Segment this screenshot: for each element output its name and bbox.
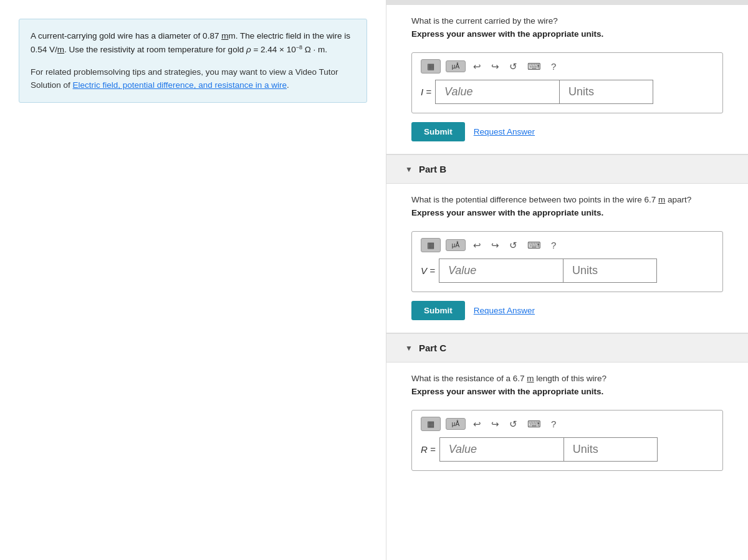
mu-icon: μÅ — [452, 63, 459, 70]
part-b-submit-row: Submit Request Answer — [411, 301, 723, 320]
part-a-instruction: Express your answer with the appropriate… — [411, 29, 723, 39]
part-a-mu-button[interactable]: μÅ — [446, 60, 466, 72]
part-b-units-input[interactable] — [563, 259, 657, 283]
part-b-request-answer-button[interactable]: Request Answer — [474, 306, 535, 315]
matrix-icon: ▦ — [427, 62, 434, 71]
part-b-instruction: Express your answer with the appropriate… — [411, 208, 723, 217]
part-b-input-row: V = — [421, 259, 714, 283]
part-b-mu-icon: μÅ — [452, 242, 459, 249]
right-panel: What is the current carried by the wire?… — [386, 0, 748, 560]
part-c-input-row: R = — [421, 437, 714, 462]
part-b-var-label: V = — [421, 265, 435, 276]
left-panel: A current-carrying gold wire has a diame… — [0, 0, 386, 560]
part-b-matrix-icon: ▦ — [427, 240, 434, 250]
part-a-toolbar: ▦ μÅ ↩ ↪ ↺ ⌨ ? — [421, 59, 714, 74]
part-b-value-input[interactable] — [439, 259, 563, 283]
part-c-matrix-button[interactable]: ▦ — [421, 417, 441, 431]
part-c-mu-icon: μÅ — [452, 420, 459, 427]
part-c-answer-box: ▦ μÅ ↩ ↪ ↺ ⌨ ? R = — [411, 410, 723, 471]
part-a-redo-icon[interactable]: ↪ — [489, 60, 502, 74]
part-c-reset-icon[interactable]: ↺ — [507, 417, 520, 431]
part-c-undo-icon[interactable]: ↩ — [471, 417, 484, 431]
part-a-question: What is the current carried by the wire? — [411, 16, 723, 26]
part-a-request-answer-button[interactable]: Request Answer — [474, 127, 535, 136]
part-c-question: What is the resistance of a 6.7 m length… — [411, 374, 723, 383]
part-c-header[interactable]: ▼ Part C — [386, 333, 748, 363]
problem-secondary-text: For related problemsolving tips and stra… — [31, 65, 355, 92]
part-a-var-label: I = — [421, 87, 431, 97]
part-b-submit-button[interactable]: Submit — [411, 301, 465, 320]
top-bar — [386, 0, 748, 5]
part-b-mu-button[interactable]: μÅ — [446, 239, 466, 251]
part-a-keyboard-icon[interactable]: ⌨ — [525, 60, 544, 74]
part-b-label: Part B — [419, 164, 446, 174]
part-c-instruction: Express your answer with the appropriate… — [411, 387, 723, 396]
part-b-matrix-button[interactable]: ▦ — [421, 238, 441, 252]
video-tutor-link[interactable]: Electric field, potential difference, an… — [73, 80, 287, 90]
part-b-header[interactable]: ▼ Part B — [386, 154, 748, 184]
part-c-intro: What is the resistance of a 6.7 m length… — [386, 363, 748, 410]
part-a-value-input[interactable] — [435, 80, 560, 104]
part-b-toolbar: ▦ μÅ ↩ ↪ ↺ ⌨ ? — [421, 238, 714, 252]
part-a-input-row: I = — [421, 80, 714, 104]
part-b-section: ▼ Part B What is the potential differenc… — [386, 154, 748, 320]
part-c-value-input[interactable] — [439, 437, 564, 462]
part-c-matrix-icon: ▦ — [427, 419, 434, 429]
part-a-units-input[interactable] — [560, 80, 653, 104]
part-a-undo-icon[interactable]: ↩ — [471, 60, 484, 74]
part-b-reset-icon[interactable]: ↺ — [507, 239, 520, 252]
part-c-var-label: R = — [421, 444, 436, 455]
part-c-units-input[interactable] — [564, 437, 658, 462]
part-b-unit: m — [658, 195, 665, 204]
part-a-submit-button[interactable]: Submit — [411, 122, 465, 141]
part-a-submit-row: Submit Request Answer — [411, 122, 723, 141]
part-a-answer-box: ▦ μÅ ↩ ↪ ↺ ⌨ ? I = — [411, 52, 723, 113]
part-b-redo-icon[interactable]: ↪ — [489, 239, 502, 252]
problem-text: A current-carrying gold wire has a diame… — [31, 31, 350, 54]
part-c-unit: m — [527, 374, 534, 383]
part-c-help-icon[interactable]: ? — [549, 417, 559, 430]
part-b-keyboard-icon[interactable]: ⌨ — [525, 239, 544, 252]
part-b-chevron-icon: ▼ — [405, 165, 413, 174]
part-b-intro: What is the potential difference between… — [386, 184, 748, 231]
part-b-question: What is the potential difference between… — [411, 195, 723, 204]
part-a-section: What is the current carried by the wire?… — [386, 5, 748, 141]
part-c-label: Part C — [419, 343, 446, 353]
part-c-toolbar: ▦ μÅ ↩ ↪ ↺ ⌨ ? — [421, 417, 714, 431]
part-c-redo-icon[interactable]: ↪ — [489, 417, 502, 431]
part-b-undo-icon[interactable]: ↩ — [471, 239, 484, 252]
part-b-help-icon[interactable]: ? — [549, 239, 559, 252]
part-a-reset-icon[interactable]: ↺ — [507, 60, 520, 74]
part-c-keyboard-icon[interactable]: ⌨ — [525, 417, 544, 431]
part-a-intro: What is the current carried by the wire?… — [386, 5, 748, 52]
part-a-help-icon[interactable]: ? — [549, 60, 559, 73]
part-c-mu-button[interactable]: μÅ — [446, 418, 466, 430]
problem-box: A current-carrying gold wire has a diame… — [19, 19, 367, 103]
part-c-chevron-icon: ▼ — [405, 344, 413, 353]
part-c-section: ▼ Part C What is the resistance of a 6.7… — [386, 333, 748, 471]
part-a-matrix-button[interactable]: ▦ — [421, 59, 441, 74]
part-b-answer-box: ▦ μÅ ↩ ↪ ↺ ⌨ ? V = — [411, 231, 723, 292]
